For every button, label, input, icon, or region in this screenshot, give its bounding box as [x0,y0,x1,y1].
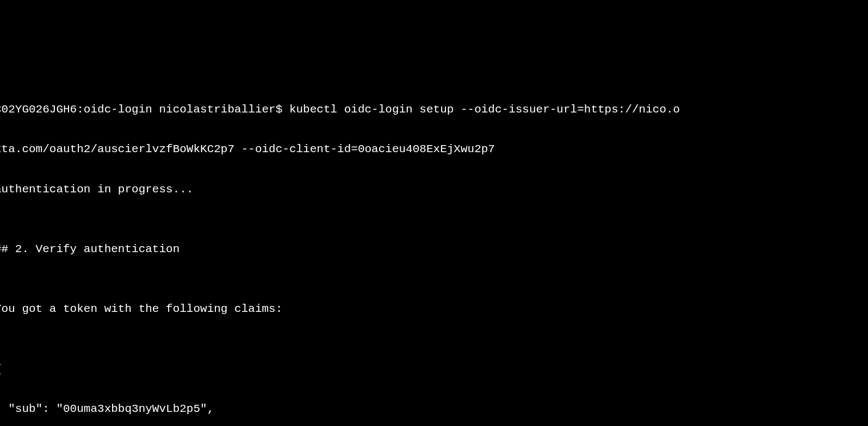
terminal-line: kta.com/oauth2/auscierlvzfBoWkKC2p7 --oi… [0,140,868,160]
terminal-line: authentication in progress... [0,180,868,200]
terminal-line: You got a token with the following claim… [0,299,868,320]
terminal-line: { [0,360,868,380]
terminal-output[interactable]: C02YG026JGH6:oidc-login nicolastriballie… [0,80,868,426]
terminal-line: "sub": "00uma3xbbq3nyWvLb2p5", [0,399,868,419]
terminal-line: ## 2. Verify authentication [0,240,868,260]
terminal-line: C02YG026JGH6:oidc-login nicolastriballie… [0,100,868,120]
